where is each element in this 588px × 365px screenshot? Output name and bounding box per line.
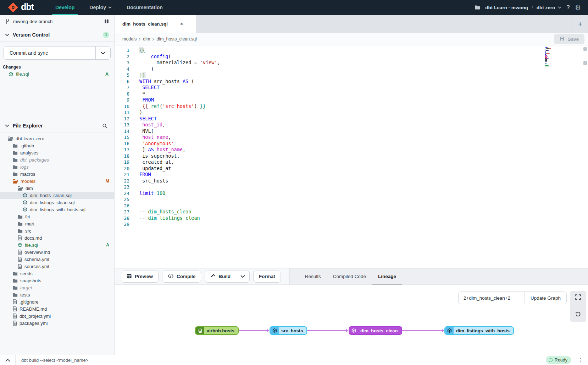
tree-item-readme-md[interactable]: README.md xyxy=(0,305,114,312)
branch-row[interactable]: mwong-dev-branch xyxy=(0,15,114,28)
tree-item-dim-hosts-clean-sql[interactable]: dim_hosts_clean.sql xyxy=(0,192,114,199)
build-button[interactable]: Build xyxy=(205,271,236,282)
tree-item-seeds[interactable]: seeds xyxy=(0,270,114,277)
code-line-17[interactable]: 17 ) AS host_name, xyxy=(115,147,588,153)
tree-item-overview-md[interactable]: overview.md xyxy=(0,249,114,256)
update-graph-button[interactable]: Update Graph xyxy=(525,292,566,304)
code-line-2[interactable]: 2 config( xyxy=(115,54,588,60)
tree-item-target[interactable]: target xyxy=(0,284,114,291)
tree-item-dim[interactable]: dim xyxy=(0,185,114,192)
nav-deploy[interactable]: Deploy xyxy=(82,0,119,15)
code-line-9[interactable]: 9 FROM xyxy=(115,97,588,103)
code-line-13[interactable]: 13 host_id, xyxy=(115,122,588,128)
lineage-node-dim-listings-with-hosts[interactable]: dim_listings_with_hosts xyxy=(444,326,514,335)
code-line-25[interactable]: 25 xyxy=(115,196,588,203)
command-input[interactable]: dbt build --select <model_name> xyxy=(16,358,88,363)
lineage-node-airbnb-hosts[interactable]: airbnb.hosts xyxy=(195,326,239,335)
code-line-15[interactable]: 15 host_name, xyxy=(115,134,588,141)
new-tab-button[interactable]: + xyxy=(572,18,588,30)
tree-item-models[interactable]: modelsM xyxy=(0,178,114,185)
tab-compiled-code[interactable]: Compiled Code xyxy=(327,268,372,284)
lineage-selector-input[interactable] xyxy=(459,292,525,304)
code-line-4[interactable]: 4 ) xyxy=(115,66,588,72)
code-line-5[interactable]: 5}} xyxy=(115,72,588,78)
expand-panel-chevron[interactable] xyxy=(0,355,16,365)
tree-item-analyses[interactable]: analyses xyxy=(0,149,114,156)
save-button[interactable]: Save xyxy=(554,34,584,44)
code-line-11[interactable]: 11) xyxy=(115,109,588,116)
code-line-24[interactable]: 24limit 100 xyxy=(115,190,588,197)
reset-view-icon[interactable] xyxy=(575,311,581,319)
code-line-27[interactable]: 27-- dim_hosts_clean xyxy=(115,209,588,215)
tree-item-mart[interactable]: mart xyxy=(0,220,114,227)
tree-item--github[interactable]: .github xyxy=(0,142,114,149)
editor-scrollbar[interactable] xyxy=(583,47,587,51)
code-line-6[interactable]: 6WITH src_hosts AS ( xyxy=(115,78,588,85)
code-line-14[interactable]: 14 NVL( xyxy=(115,128,588,135)
format-button[interactable]: Format xyxy=(253,271,281,283)
editor-scrollbar-marker[interactable] xyxy=(583,61,587,65)
changed-file-row[interactable]: file.sql A xyxy=(0,70,114,78)
lineage-canvas[interactable]: Update Graph airbnb.hostssrc_hostsdim_ho… xyxy=(115,285,588,355)
build-options-chevron[interactable] xyxy=(236,271,249,282)
code-line-1[interactable]: 1{{ xyxy=(115,47,588,54)
tree-item-docs-md[interactable]: docs.md xyxy=(0,234,114,241)
help-icon[interactable]: ? xyxy=(566,4,570,11)
tree-item-fct[interactable]: fct xyxy=(0,213,114,220)
tab-dim-hosts-clean[interactable]: dim_hosts_clean.sql × xyxy=(115,15,196,33)
tree-item-sources-yml[interactable]: sources.yml xyxy=(0,263,114,270)
tree-item-dbt-project-yml[interactable]: dbt_project.yml xyxy=(0,312,114,320)
tree-item-schema-yml[interactable]: schema.yml xyxy=(0,256,114,263)
tree-item-file-sql[interactable]: file.sqlA xyxy=(0,241,114,249)
gear-icon[interactable]: ⚙ xyxy=(575,4,581,12)
commit-options-chevron[interactable] xyxy=(95,47,110,59)
code-line-23[interactable]: 23 xyxy=(115,184,588,190)
code-line-12[interactable]: 12SELECT xyxy=(115,116,588,122)
tree-item-src[interactable]: src xyxy=(0,227,114,234)
tree-item-macros[interactable]: macros xyxy=(0,170,114,178)
tab-lineage[interactable]: Lineage xyxy=(372,268,402,284)
file-explorer-header[interactable]: File Explorer xyxy=(0,119,114,132)
nav-develop[interactable]: Develop xyxy=(48,0,82,15)
preview-button[interactable]: Preview xyxy=(121,271,159,283)
version-control-header[interactable]: Version Control 1 xyxy=(0,28,114,42)
dbt-logo[interactable]: dbt xyxy=(8,2,34,13)
code-line-7[interactable]: 7 SELECT xyxy=(115,85,588,91)
tree-item-dim-listings-clean-sql[interactable]: dim_listings_clean.sql xyxy=(0,199,114,206)
compile-button[interactable]: Compile xyxy=(162,271,201,283)
code-line-26[interactable]: 26 xyxy=(115,203,588,209)
tree-item-dim-listings-with-hosts-sql[interactable]: dim_listings_with_hosts.sql xyxy=(0,206,114,213)
fullscreen-icon[interactable] xyxy=(575,294,581,302)
tree-item--gitignore[interactable]: .gitignore xyxy=(0,298,114,305)
tree-item-logs[interactable]: logs xyxy=(0,163,114,170)
file-search-icon[interactable] xyxy=(100,122,109,129)
commit-and-sync-button[interactable]: Commit and sync xyxy=(4,46,111,60)
code-line-21[interactable]: 21FROM xyxy=(115,171,588,178)
lineage-node-src-hosts[interactable]: src_hosts xyxy=(270,326,307,335)
code-editor[interactable]: 1{{2 config(3 materialized = 'view',4 )5… xyxy=(115,45,588,268)
code-line-22[interactable]: 22 src_hosts xyxy=(115,178,588,184)
code-line-19[interactable]: 19 created_at, xyxy=(115,159,588,165)
code-line-28[interactable]: 28-- dim_listings_clean xyxy=(115,215,588,222)
tree-item-snapshots[interactable]: snapshots xyxy=(0,277,114,284)
breadcrumb-dim[interactable]: dim xyxy=(143,37,150,42)
code-line-16[interactable]: 16 'Anonymous' xyxy=(115,141,588,147)
code-line-20[interactable]: 20 updated_at xyxy=(115,165,588,172)
project-selector[interactable]: dbt Learn - mwong / dbt zero xyxy=(485,5,561,10)
close-tab-icon[interactable]: × xyxy=(180,21,183,28)
nav-documentation[interactable]: Documentation xyxy=(119,0,170,15)
tree-item-dbt-learn-zero[interactable]: dbt-learn-zero xyxy=(0,135,114,142)
tree-item-dbt-packages[interactable]: dbt_packages xyxy=(0,156,114,163)
layout-columns-icon[interactable] xyxy=(104,19,109,24)
code-line-18[interactable]: 18 is_superhost, xyxy=(115,153,588,159)
breadcrumb-file[interactable]: dim_hosts_clean.sql xyxy=(156,37,196,42)
code-line-8[interactable]: 8 * xyxy=(115,91,588,97)
tree-item-packages-yml[interactable]: packages.yml xyxy=(0,320,114,327)
tree-item-tests[interactable]: tests xyxy=(0,291,114,298)
kebab-menu-icon[interactable]: ⋮ xyxy=(578,357,583,363)
code-line-10[interactable]: 10 {{ ref('src_hosts') }} xyxy=(115,103,588,110)
tab-results[interactable]: Results xyxy=(299,268,327,284)
lineage-node-dim-hosts-clean[interactable]: dim_hosts_clean xyxy=(349,326,402,335)
code-line-3[interactable]: 3 materialized = 'view', xyxy=(115,60,588,66)
breadcrumb-models[interactable]: models xyxy=(122,37,137,42)
